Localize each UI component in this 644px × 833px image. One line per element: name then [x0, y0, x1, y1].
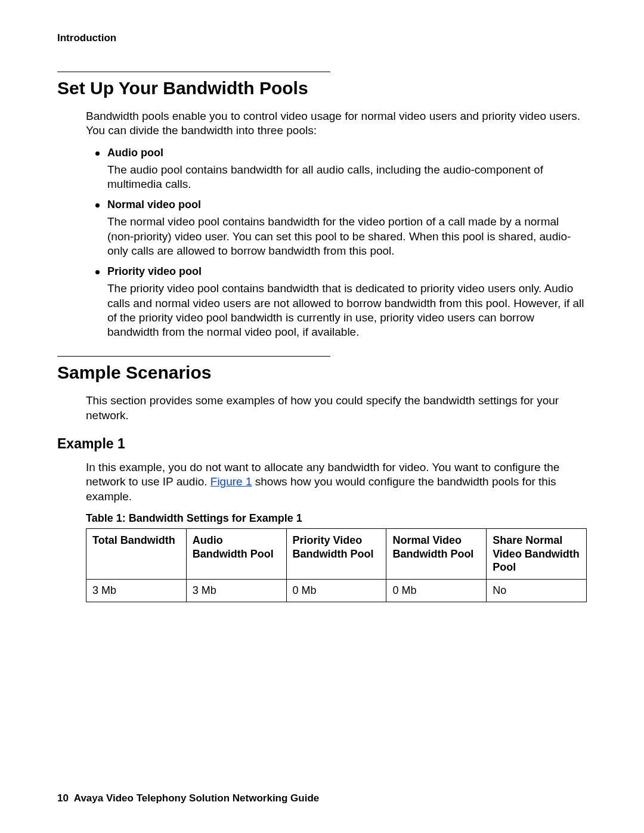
bandwidth-intro: Bandwidth pools enable you to control vi… — [86, 109, 587, 138]
scenarios-intro: This section provides some examples of h… — [86, 394, 587, 423]
example1-body: In this example, you do not want to allo… — [86, 460, 587, 602]
section-scenarios-body: This section provides some examples of h… — [86, 394, 587, 423]
th-priority-video-pool: Priority Video Bandwidth Pool — [286, 529, 386, 580]
pool-desc: The audio pool contains bandwidth for al… — [107, 163, 587, 192]
running-head: Introduction — [57, 32, 587, 44]
pool-list: Audio pool The audio pool contains bandw… — [86, 147, 587, 340]
bandwidth-table: Total Bandwidth Audio Bandwidth Pool Pri… — [86, 528, 587, 602]
th-total-bandwidth: Total Bandwidth — [86, 529, 187, 580]
section-title-scenarios: Sample Scenarios — [57, 363, 587, 383]
td-priority-video-pool: 0 Mb — [286, 579, 386, 602]
pool-name: Priority video pool — [107, 265, 587, 278]
pool-item-audio: Audio pool The audio pool contains bandw… — [86, 147, 587, 192]
example1-heading: Example 1 — [57, 436, 587, 452]
pool-name: Audio pool — [107, 147, 587, 159]
page-footer: 10 Avaya Video Telephony Solution Networ… — [57, 792, 319, 804]
section-title-bandwidth: Set Up Your Bandwidth Pools — [57, 78, 587, 98]
figure-1-link[interactable]: Figure 1 — [210, 475, 252, 488]
pool-item-normal-video: Normal video pool The normal video pool … — [86, 199, 587, 258]
td-share-normal-pool: No — [487, 579, 587, 602]
page: Introduction Set Up Your Bandwidth Pools… — [0, 0, 644, 833]
section-rule — [57, 356, 330, 357]
pool-item-priority-video: Priority video pool The priority video p… — [86, 265, 587, 339]
section-rule — [57, 72, 330, 72]
th-normal-video-pool: Normal Video Bandwidth Pool — [386, 529, 487, 580]
th-audio-pool: Audio Bandwidth Pool — [186, 529, 286, 580]
example1-intro: In this example, you do not want to allo… — [86, 460, 587, 504]
th-share-normal-pool: Share Normal Video Bandwidth Pool — [487, 529, 587, 580]
doc-title: Avaya Video Telephony Solution Networkin… — [74, 792, 320, 804]
table-1-caption: Table 1: Bandwidth Settings for Example … — [86, 512, 587, 525]
pool-desc: The priority video pool contains bandwid… — [107, 281, 587, 339]
pool-desc: The normal video pool contains bandwidth… — [107, 215, 587, 258]
table-row: 3 Mb 3 Mb 0 Mb 0 Mb No — [86, 579, 587, 602]
section-bandwidth-body: Bandwidth pools enable you to control vi… — [86, 109, 587, 339]
td-audio-pool: 3 Mb — [186, 579, 286, 602]
td-normal-video-pool: 0 Mb — [386, 579, 487, 602]
pool-name: Normal video pool — [107, 199, 587, 211]
td-total-bandwidth: 3 Mb — [86, 579, 187, 602]
page-number: 10 — [57, 792, 69, 804]
table-header-row: Total Bandwidth Audio Bandwidth Pool Pri… — [86, 529, 587, 580]
